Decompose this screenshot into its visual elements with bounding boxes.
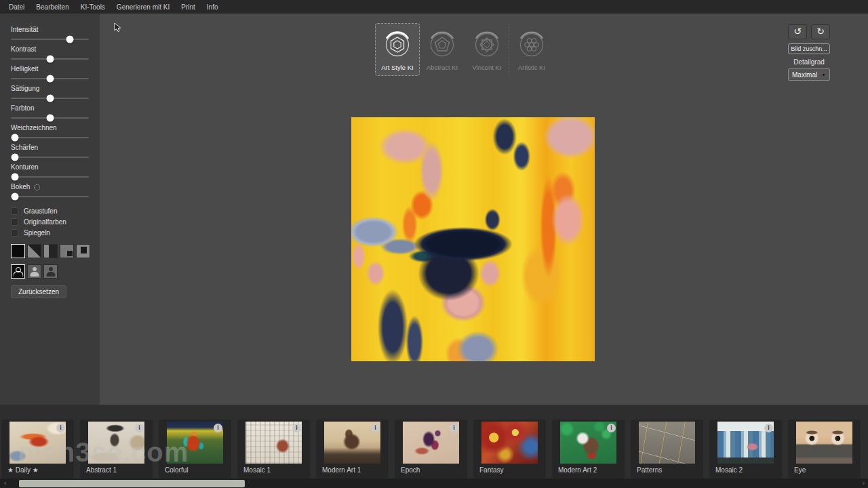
slider-schaerfen: Schärfen [11, 144, 89, 163]
filmstrip-item-modern-art-1[interactable]: i Modern Art 1 [316, 420, 389, 479]
detail-level-label: Detailgrad [793, 58, 825, 66]
slider-label: Konturen [11, 163, 39, 171]
info-icon[interactable]: i [292, 424, 301, 432]
frame-style-inset-top-button[interactable] [76, 244, 90, 258]
checkbox-row-originalfarben: Originalfarben [11, 217, 100, 227]
checkbox-row-spiegeln: Spiegeln [11, 228, 100, 238]
scroll-left-icon[interactable]: ‹ [4, 479, 6, 487]
slider-kontrast: Kontrast [11, 45, 89, 64]
slider-thumb[interactable] [11, 134, 18, 142]
mirror-checkbox[interactable] [11, 229, 18, 237]
slider-thumb[interactable] [46, 75, 54, 83]
style-name: Mosaic 2 [715, 466, 743, 474]
tab-art-style-ki[interactable]: Art Style KI [375, 23, 420, 76]
slider-helligkeit: Helligkeit [11, 65, 89, 84]
slider-thumb[interactable] [46, 115, 54, 122]
reset-button[interactable]: Zurücksetzen [11, 285, 66, 298]
filmstrip-item-abstract-1[interactable]: i Abstract 1 [80, 420, 153, 479]
adjustments-sidebar: Intensität Kontrast Helligkeit Sättigung… [0, 14, 100, 405]
menu-item-ki-tools[interactable]: KI-Tools [81, 3, 105, 11]
rotate-left-button[interactable]: ↺ [788, 24, 807, 39]
slider-thumb[interactable] [66, 36, 74, 43]
filmstrip-item-mosaic-1[interactable]: i Mosaic 1 [237, 420, 310, 479]
ai-style-bar: Art Style KI Abstract KI Vincent KI [375, 23, 554, 76]
info-icon[interactable]: i [135, 424, 144, 432]
portrait-outline-button[interactable] [11, 264, 25, 279]
filmstrip-item-mosaic-2[interactable]: i Mosaic 2 [709, 420, 782, 479]
filmstrip-scrollbar: ‹ › [0, 479, 868, 488]
checkbox-label: Graustufen [24, 207, 57, 215]
filmstrip-item-eye[interactable]: Eye [788, 420, 861, 479]
filmstrip-item-patterns[interactable]: Patterns [631, 420, 703, 479]
frame-style-row [11, 244, 100, 258]
slider-thumb[interactable] [46, 56, 54, 63]
abstract-ki-icon [427, 30, 457, 60]
tab-vincent-ki[interactable]: Vincent KI [465, 23, 509, 76]
scrollbar-thumb[interactable] [19, 480, 245, 487]
tab-artistic-ki[interactable]: Artistic KI [509, 23, 554, 76]
info-icon[interactable]: i [214, 424, 222, 432]
saturation-slider[interactable] [11, 93, 89, 104]
slider-thumb[interactable] [11, 174, 18, 181]
filmstrip-item-epoch[interactable]: i Epoch [395, 420, 467, 479]
vincent-ki-icon [472, 30, 502, 60]
info-icon[interactable]: i [56, 424, 65, 432]
portrait-mode-row [11, 264, 100, 279]
slider-thumb[interactable] [11, 154, 18, 161]
style-name: Modern Art 2 [558, 466, 597, 474]
tab-label: Artistic KI [518, 64, 545, 71]
portrait-dark-button[interactable] [43, 264, 58, 279]
detail-level-dropdown[interactable]: Maximal ▼ [788, 68, 830, 81]
crop-image-button[interactable]: Bild zuschn... [788, 43, 830, 54]
info-icon[interactable]: i [764, 424, 773, 432]
frame-style-split-button[interactable] [43, 244, 58, 258]
filmstrip-item-fantasy[interactable]: Fantasy [473, 420, 546, 479]
hue-slider[interactable] [11, 113, 89, 123]
filmstrip-item-modern-art-2[interactable]: i Modern Art 2 [552, 420, 625, 479]
artwork-preview[interactable] [351, 117, 595, 361]
info-icon[interactable]: i [607, 424, 616, 432]
sharpen-slider[interactable] [11, 152, 89, 163]
brightness-slider[interactable] [11, 73, 89, 84]
menu-item-datei[interactable]: Datei [9, 3, 24, 11]
filmstrip-item-daily[interactable]: i ★ Daily ★ [1, 420, 74, 479]
style-name: Modern Art 1 [322, 466, 361, 474]
menu-item-print[interactable]: Print [181, 3, 195, 11]
info-icon[interactable]: i [450, 424, 458, 432]
bokeh-circle-icon [34, 184, 40, 190]
slider-thumb[interactable] [11, 193, 18, 201]
style-thumbnail[interactable] [796, 422, 852, 464]
dropdown-value: Maximal [792, 71, 817, 79]
slider-thumb[interactable] [46, 95, 54, 102]
blur-slider[interactable] [11, 132, 89, 143]
portrait-light-button[interactable] [27, 264, 41, 279]
menu-item-generieren-mit-ki[interactable]: Generieren mit KI [117, 3, 170, 11]
frame-style-diagonal-button[interactable] [27, 244, 41, 258]
rotate-right-button[interactable]: ↻ [811, 24, 830, 39]
original-colors-checkbox[interactable] [11, 218, 18, 226]
menu-item-bearbeiten[interactable]: Bearbeiten [36, 3, 68, 11]
artistic-ki-icon [517, 30, 547, 60]
style-thumbnail[interactable] [481, 422, 538, 464]
contours-slider[interactable] [11, 171, 89, 182]
style-name: Colorful [165, 466, 188, 474]
grayscale-checkbox[interactable] [11, 207, 18, 215]
frame-style-inset-bottom-button[interactable] [60, 244, 74, 258]
scroll-right-icon[interactable]: › [863, 479, 865, 487]
style-name: Patterns [637, 466, 662, 474]
bokeh-slider[interactable] [11, 191, 89, 202]
info-icon[interactable]: i [371, 424, 380, 432]
style-thumbnail[interactable] [639, 422, 695, 464]
tab-abstract-ki[interactable]: Abstract KI [420, 23, 465, 76]
tab-label: Abstract KI [427, 64, 458, 71]
slider-intensitaet: Intensität [11, 26, 89, 45]
menu-item-info[interactable]: Info [207, 3, 218, 11]
frame-style-none-button[interactable] [11, 244, 25, 258]
tab-label: Art Style KI [381, 64, 414, 71]
filmstrip-item-colorful[interactable]: i Colorful [159, 420, 231, 479]
intensity-slider[interactable] [11, 34, 89, 45]
contrast-slider[interactable] [11, 54, 89, 64]
slider-label: Farbton [11, 104, 34, 113]
art-style-ki-icon [382, 30, 412, 60]
slider-label: Kontrast [11, 45, 36, 54]
